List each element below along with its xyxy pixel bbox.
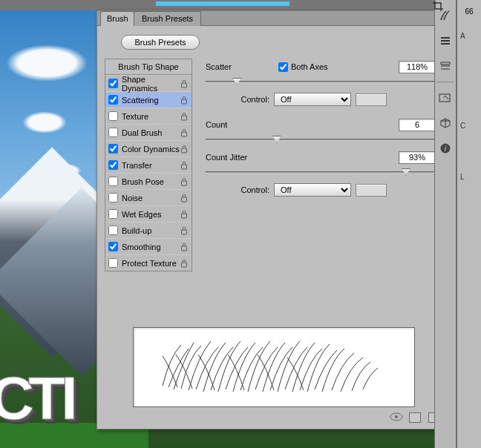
option-label: Noise: [122, 194, 180, 202]
option-shape-dynamics[interactable]: Shape Dynamics: [105, 75, 192, 91]
crop-icon[interactable]: [432, 0, 444, 14]
svg-rect-2: [182, 116, 187, 120]
option-noise[interactable]: Noise: [105, 189, 192, 205]
option-label: Protect Texture: [122, 259, 180, 268]
option-checkbox[interactable]: [108, 160, 118, 170]
lock-icon[interactable]: [180, 226, 189, 235]
right-dock-2: 66 A C L: [457, 0, 481, 448]
option-label: Brush Pose: [122, 177, 180, 186]
svg-rect-8: [182, 214, 187, 218]
svg-rect-6: [182, 181, 187, 185]
svg-rect-0: [182, 83, 187, 88]
option-protect-texture[interactable]: Protect Texture: [105, 254, 192, 271]
option-checkbox[interactable]: [108, 242, 118, 251]
lock-icon[interactable]: [180, 243, 189, 251]
top-strip: [0, 0, 481, 10]
panel-footer-icons: [390, 412, 440, 423]
option-wet-edges[interactable]: Wet Edges: [105, 205, 192, 222]
new-preset-icon[interactable]: [409, 412, 421, 423]
brush-presets-button[interactable]: Brush Presets: [121, 35, 200, 50]
lock-icon[interactable]: [180, 210, 189, 219]
right-label-a[interactable]: A: [457, 24, 481, 40]
count-value[interactable]: 6: [399, 119, 436, 131]
count-jitter-control-extra: [356, 184, 387, 197]
option-transfer[interactable]: Transfer: [105, 157, 192, 173]
3d-icon[interactable]: [436, 113, 455, 133]
svg-rect-10: [182, 246, 187, 251]
lock-icon[interactable]: [180, 79, 189, 88]
option-checkbox[interactable]: [108, 209, 118, 219]
scatter-value[interactable]: 118%: [399, 61, 436, 73]
navigator-icon[interactable]: [436, 88, 455, 108]
option-dual-brush[interactable]: Dual Brush: [105, 124, 192, 140]
lock-icon[interactable]: [180, 145, 189, 154]
option-checkbox[interactable]: [108, 111, 118, 121]
info-icon[interactable]: i: [436, 139, 455, 158]
svg-rect-3: [182, 132, 187, 136]
option-checkbox[interactable]: [108, 258, 118, 268]
option-brush-pose[interactable]: Brush Pose: [105, 173, 192, 189]
svg-rect-11: [182, 263, 187, 267]
option-label: Smoothing: [122, 243, 180, 251]
svg-rect-9: [182, 230, 187, 234]
option-scattering[interactable]: Scattering: [105, 91, 192, 108]
option-checkbox[interactable]: [108, 177, 118, 186]
option-checkbox[interactable]: [108, 225, 118, 235]
text-3d: ІСТІ: [0, 363, 73, 433]
svg-rect-7: [182, 197, 187, 202]
option-label: Build-up: [122, 226, 180, 235]
brush-tip-shape-header[interactable]: Brush Tip Shape: [105, 59, 192, 75]
lock-icon[interactable]: [180, 194, 189, 202]
right-label-l[interactable]: L: [457, 165, 481, 181]
right-dock: i: [434, 0, 457, 448]
top-number: 66: [457, 0, 481, 16]
tab-brush-presets[interactable]: Brush Presets: [134, 11, 201, 26]
option-checkbox[interactable]: [108, 95, 118, 105]
both-axes-checkbox[interactable]: Both Axes: [278, 62, 328, 72]
option-checkbox[interactable]: [108, 79, 118, 88]
panel-tabbar: Brush Brush Presets: [97, 11, 451, 26]
lock-icon[interactable]: [180, 112, 189, 121]
svg-point-13: [395, 415, 398, 418]
option-label: Dual Brush: [122, 128, 180, 137]
swatches-icon[interactable]: [436, 31, 455, 50]
option-label: Shape Dynamics: [122, 75, 180, 93]
toggle-preview-icon[interactable]: [390, 412, 402, 423]
scatter-control-select[interactable]: Off: [274, 93, 351, 106]
svg-rect-4: [182, 148, 187, 153]
count-jitter-slider[interactable]: [206, 167, 436, 179]
lock-icon[interactable]: [180, 259, 189, 268]
option-label: Color Dynamics: [122, 145, 180, 154]
brush-panel: Brush Brush Presets Brush Presets Brush …: [96, 10, 451, 429]
brush-options-list: Brush Tip Shape Shape DynamicsScattering…: [105, 59, 192, 271]
option-checkbox[interactable]: [108, 144, 118, 154]
right-label-c[interactable]: C: [457, 114, 481, 130]
scatter-control-label: Control:: [237, 95, 269, 104]
count-jitter-label: Count Jitter: [206, 153, 272, 162]
option-smoothing[interactable]: Smoothing: [105, 238, 192, 254]
ruler-marker: [156, 1, 289, 6]
count-slider[interactable]: [206, 134, 436, 146]
option-label: Transfer: [122, 161, 180, 170]
scatter-label: Scatter: [206, 62, 258, 71]
tab-brush[interactable]: Brush: [100, 11, 134, 26]
option-label: Scattering: [122, 96, 180, 105]
svg-rect-5: [182, 165, 187, 169]
option-build-up[interactable]: Build-up: [105, 222, 192, 238]
svg-rect-14: [439, 94, 450, 102]
option-color-dynamics[interactable]: Color Dynamics: [105, 140, 192, 157]
option-label: Wet Edges: [122, 210, 180, 219]
lock-icon[interactable]: [180, 161, 189, 170]
lock-icon[interactable]: [180, 177, 189, 186]
scatter-slider[interactable]: [206, 76, 436, 88]
properties-icon[interactable]: [436, 56, 455, 76]
scatter-control-extra: [356, 93, 387, 106]
svg-rect-1: [182, 99, 187, 104]
lock-icon[interactable]: [180, 96, 189, 105]
count-jitter-control-select[interactable]: Off: [274, 183, 351, 197]
option-texture[interactable]: Texture: [105, 108, 192, 124]
option-checkbox[interactable]: [108, 193, 118, 202]
count-jitter-value[interactable]: 93%: [399, 151, 436, 164]
option-checkbox[interactable]: [108, 128, 118, 137]
lock-icon[interactable]: [180, 128, 189, 137]
